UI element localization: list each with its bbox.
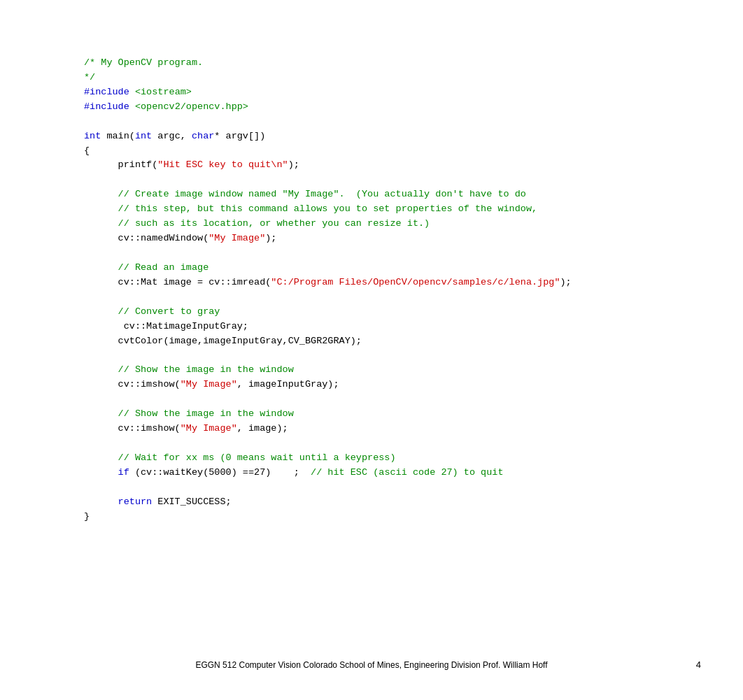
code-line-1: /* My OpenCV program. xyxy=(84,56,743,71)
code-line-14 xyxy=(84,246,743,261)
code-line-4: #include <opencv2/opencv.hpp> xyxy=(84,100,743,115)
code-line-3: #include <iostream> xyxy=(84,85,743,100)
footer-text: EGGN 512 Computer Vision Colorado School… xyxy=(195,659,547,672)
code-line-19: cv::MatimageInputGray; xyxy=(84,320,743,334)
code-line-11: // this step, but this command allows yo… xyxy=(84,202,743,217)
code-block: /* My OpenCV program. */ #include <iostr… xyxy=(84,56,743,524)
code-line-26: cv::imshow("My Image", image); xyxy=(84,422,743,436)
code-line-23: cv::imshow("My Image", imageInputGray); xyxy=(84,378,743,392)
code-line-10: // Create image window named "My Image".… xyxy=(84,187,743,202)
code-line-29: if (cv::waitKey(5000) ==27) ; // hit ESC… xyxy=(84,466,743,480)
code-line-28: // Wait for xx ms (0 means wait until a … xyxy=(84,451,743,466)
code-line-2: */ xyxy=(84,71,743,85)
code-line-13: cv::namedWindow("My Image"); xyxy=(84,231,743,246)
code-line-20: cvtColor(image,imageInputGray,CV_BGR2GRA… xyxy=(84,334,743,349)
code-line-7: { xyxy=(84,144,743,159)
page: /* My OpenCV program. */ #include <iostr… xyxy=(0,0,743,700)
code-line-18: // Convert to gray xyxy=(84,305,743,320)
code-line-32: } xyxy=(84,510,743,524)
code-line-21 xyxy=(84,348,743,363)
code-line-31: return EXIT_SUCCESS; xyxy=(84,495,743,510)
code-line-6: int main(int argc, char* argv[]) xyxy=(84,129,743,144)
footer: EGGN 512 Computer Vision Colorado School… xyxy=(0,659,743,672)
code-line-9 xyxy=(84,173,743,187)
code-line-25: // Show the image in the window xyxy=(84,407,743,422)
code-line-16: cv::Mat image = cv::imread("C:/Program F… xyxy=(84,276,743,290)
code-line-12: // such as its location, or whether you … xyxy=(84,217,743,231)
code-line-27 xyxy=(84,436,743,451)
code-line-8: printf("Hit ESC key to quit\n"); xyxy=(84,158,743,173)
code-line-17 xyxy=(84,290,743,305)
code-line-22: // Show the image in the window xyxy=(84,363,743,378)
code-line-24 xyxy=(84,392,743,407)
page-number: 4 xyxy=(696,658,701,672)
code-line-5 xyxy=(84,115,743,129)
code-line-15: // Read an image xyxy=(84,261,743,276)
code-line-30 xyxy=(84,480,743,495)
